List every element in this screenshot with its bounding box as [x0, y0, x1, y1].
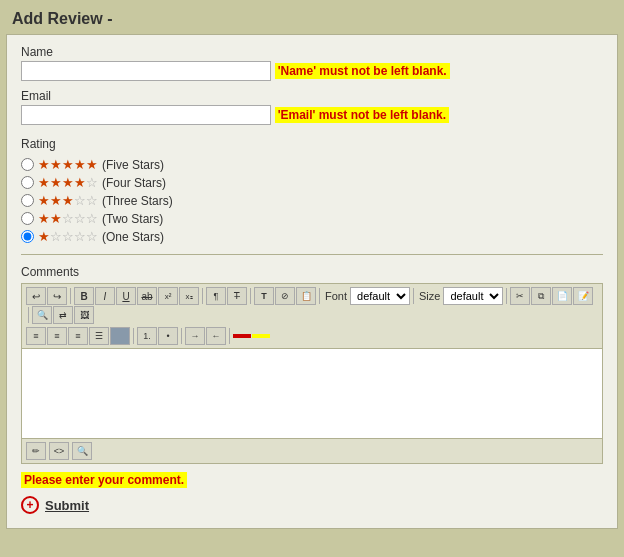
page-title: Add Review - [4, 4, 620, 34]
copy-button[interactable]: ⧉ [531, 287, 551, 305]
align-right-button[interactable]: ≡ [68, 327, 88, 345]
toolbar-sep3 [250, 288, 251, 304]
color-bg-button[interactable] [110, 327, 130, 345]
align-justify-button[interactable]: ☰ [89, 327, 109, 345]
stars-one: ★☆☆☆☆ [38, 229, 98, 244]
comment-error: Please enter your comment. [21, 472, 187, 488]
name-label: Name [21, 45, 603, 59]
two-stars-label: (Two Stars) [102, 212, 163, 226]
align-left-button[interactable]: ≡ [26, 327, 46, 345]
name-field-group: Name 'Name' must not be left blank. [21, 45, 603, 83]
size-select[interactable]: default [443, 287, 503, 305]
submit-icon [21, 496, 39, 514]
rating-one-star: ★☆☆☆☆ (One Stars) [21, 229, 603, 244]
align-center-button[interactable]: ≡ [47, 327, 67, 345]
font-label: Font [325, 290, 347, 302]
four-stars-label: (Four Stars) [102, 176, 166, 190]
color-red-swatch[interactable] [233, 334, 251, 338]
color-yellow-swatch[interactable] [252, 334, 270, 338]
toolbar-sep6 [506, 288, 507, 304]
ul-button[interactable]: • [158, 327, 178, 345]
email-label: Email [21, 89, 603, 103]
submit-row: Submit [21, 496, 603, 514]
subscript-button[interactable]: x₂ [179, 287, 199, 305]
stars-four: ★★★★☆ [38, 175, 98, 190]
remove-format-button[interactable]: ⊘ [275, 287, 295, 305]
one-star-label: (One Stars) [102, 230, 164, 244]
underline-button[interactable]: U [116, 287, 136, 305]
toolbar-sep10 [229, 328, 230, 344]
format-button[interactable]: ¶ [206, 287, 226, 305]
radio-four-stars[interactable] [21, 176, 34, 189]
rating-label: Rating [21, 137, 603, 151]
divider [21, 254, 603, 255]
size-label: Size [419, 290, 440, 302]
editor-toolbar: ↩ ↪ B I U ab x² x₂ ¶ T̶ T ⊘ [22, 284, 602, 349]
outdent-button[interactable]: ← [206, 327, 226, 345]
editor-container: ↩ ↪ B I U ab x² x₂ ¶ T̶ T ⊘ [21, 283, 603, 464]
paste2-button[interactable]: 📄 [552, 287, 572, 305]
toolbar-sep5 [413, 288, 414, 304]
stars-two: ★★☆☆☆ [38, 211, 98, 226]
cut-button[interactable]: ✂ [510, 287, 530, 305]
toolbar-sep7 [28, 307, 29, 323]
redo-button[interactable]: ↪ [47, 287, 67, 305]
toolbar-sep4 [319, 288, 320, 304]
paste-button[interactable]: 📋 [296, 287, 316, 305]
radio-one-star[interactable] [21, 230, 34, 243]
rating-three-stars: ★★★☆☆ (Three Stars) [21, 193, 603, 208]
toolbar-sep1 [70, 288, 71, 304]
find-button[interactable]: 🔍 [32, 306, 52, 324]
editor-footer: ✏ <> 🔍 [22, 439, 602, 463]
three-stars-label: (Three Stars) [102, 194, 173, 208]
stars-three: ★★★☆☆ [38, 193, 98, 208]
comments-section: Comments ↩ ↪ B I U ab x² x₂ ¶ [21, 265, 603, 464]
replace-button[interactable]: ⇄ [53, 306, 73, 324]
rating-section: Rating ★★★★★ (Five Stars) ★★★★☆ (Four St… [21, 137, 603, 244]
source-button[interactable]: ✏ [26, 442, 46, 460]
email-input[interactable] [21, 105, 271, 125]
radio-three-stars[interactable] [21, 194, 34, 207]
radio-five-stars[interactable] [21, 158, 34, 171]
stars-five: ★★★★★ [38, 157, 98, 172]
rating-four-stars: ★★★★☆ (Four Stars) [21, 175, 603, 190]
email-field-group: Email 'Email' must not be left blank. [21, 89, 603, 127]
comments-label: Comments [21, 265, 603, 279]
font-select[interactable]: default [350, 287, 410, 305]
five-stars-label: (Five Stars) [102, 158, 164, 172]
submit-button[interactable]: Submit [45, 498, 89, 513]
toolbar-sep9 [181, 328, 182, 344]
clear-format-button[interactable]: T̶ [227, 287, 247, 305]
name-input[interactable] [21, 61, 271, 81]
superscript-button[interactable]: x² [158, 287, 178, 305]
email-error: 'Email' must not be left blank. [275, 107, 449, 123]
strikethrough-button[interactable]: ab [137, 287, 157, 305]
ol-button[interactable]: 1. [137, 327, 157, 345]
image-button[interactable]: 🖼 [74, 306, 94, 324]
italic-button[interactable]: I [95, 287, 115, 305]
maximize-button[interactable]: 🔍 [72, 442, 92, 460]
rating-two-stars: ★★☆☆☆ (Two Stars) [21, 211, 603, 226]
editor-body[interactable] [22, 349, 602, 439]
paste-text-button[interactable]: 📝 [573, 287, 593, 305]
text-color-button[interactable]: T [254, 287, 274, 305]
toolbar-sep2 [202, 288, 203, 304]
bold-button[interactable]: B [74, 287, 94, 305]
rating-five-stars: ★★★★★ (Five Stars) [21, 157, 603, 172]
html-button[interactable]: <> [49, 442, 69, 460]
toolbar-sep8 [133, 328, 134, 344]
radio-two-stars[interactable] [21, 212, 34, 225]
name-error: 'Name' must not be left blank. [275, 63, 450, 79]
indent-button[interactable]: → [185, 327, 205, 345]
undo-button[interactable]: ↩ [26, 287, 46, 305]
